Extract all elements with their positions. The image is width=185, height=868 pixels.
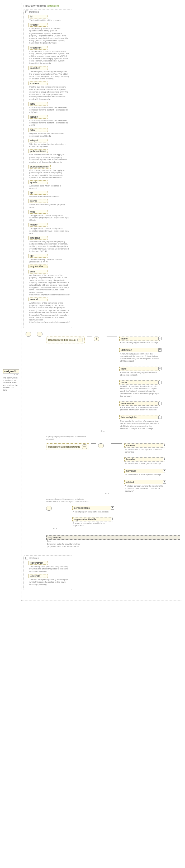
top-attr-doc-id: The local identifier of the property.: [29, 19, 69, 21]
top-attr-name-typeuri[interactable]: typeuri: [29, 223, 48, 226]
crg-child-box-narrower[interactable]: narrower+: [124, 469, 164, 473]
crg-child-box-related[interactable]: related+: [124, 480, 164, 484]
collapse-icon[interactable]: [25, 10, 28, 13]
organisation-details-doc: A group of properties specific to an org…: [73, 522, 113, 527]
top-attr-name-xml:lang[interactable]: xml:lang: [29, 236, 48, 240]
top-attr-doc-modified: The date (and, optionally, the time) whe…: [29, 70, 69, 80]
expand-icon[interactable]: +: [158, 402, 161, 405]
group-sequence-compositor-2[interactable]: [82, 444, 87, 449]
top-attr-name-howuri[interactable]: howuri: [29, 115, 48, 119]
concept-definition-group-title: ConceptDefinitionGroup: [48, 339, 76, 341]
root-element-box[interactable]: assignedTo: [3, 369, 19, 373]
top-attr-name-literal[interactable]: literal: [29, 199, 48, 203]
top-attr-name-pubconstraint[interactable]: pubconstraint: [29, 149, 48, 153]
top-attr-name-any_other[interactable]: any ##other: [29, 265, 48, 268]
top-attr-doc-dir: The directionality of textual content (e…: [29, 258, 69, 263]
bottom-attr-name-coversto[interactable]: coversto: [29, 574, 48, 578]
cdg-child-box-definition[interactable]: definition+: [119, 348, 160, 352]
choice-compositor-2[interactable]: [98, 443, 104, 448]
top-attr-name-dir[interactable]: dir: [29, 254, 48, 258]
expand-icon[interactable]: +: [111, 506, 114, 509]
top-attr-name-creator[interactable]: creator: [29, 23, 48, 27]
top-attr-name-qcode[interactable]: qcode: [29, 180, 48, 184]
top-attr-name-how[interactable]: how: [29, 102, 48, 106]
bottom-attr-doc-coversfrom: The starting date (and optionally the ti…: [29, 565, 69, 572]
crg-child-sameAs: sameAs+An identifier of a concept with e…: [124, 443, 164, 456]
sequence-compositor[interactable]: [26, 332, 31, 337]
top-attr-role: roleA refinement of the semantics of the…: [29, 270, 70, 296]
concept-definition-group-frame[interactable]: ConceptDefinitionGroup: [46, 337, 85, 343]
cdg-child-definition: definition+A natural language definition…: [119, 348, 160, 365]
crg-child-box-sameAs[interactable]: sameAs+: [124, 443, 164, 447]
top-attr-howuri: howuriIndicates by which means the value…: [29, 115, 70, 127]
top-attr-custom: customIf set to true the corresponding p…: [29, 82, 70, 100]
top-attr-dir: dirThe directionality of textual content…: [29, 254, 70, 263]
details-choice-occurs: 0..∞: [53, 527, 57, 530]
expand-icon[interactable]: +: [158, 416, 161, 419]
top-attr-doc-custom: If set to true the corresponding propert…: [29, 85, 69, 100]
expand-icon[interactable]: +: [111, 518, 114, 521]
crg-child-narrower: narrower+An identifier of a more specifi…: [124, 469, 164, 478]
group-sequence-compositor[interactable]: [77, 338, 83, 342]
top-attr-doc-whyuri: Why the metadata has been included - exp…: [29, 143, 69, 148]
top-attr-creatoruri: creatoruriIf the attribute is empty, spe…: [29, 46, 70, 65]
cdg-child-doc-facet: In NAR 1.8 and later, facet is deprecate…: [120, 385, 160, 397]
cdg-child-box-facet[interactable]: facet+: [119, 380, 160, 384]
top-attr-doc-how: Indicates by which means the value was e…: [29, 106, 69, 114]
cdg-child-remoteInfo: remoteInfo+A link to an item or a web re…: [119, 401, 160, 413]
crg-child-label-broader: broader: [126, 458, 135, 461]
top-attr-name-id[interactable]: id: [29, 15, 48, 19]
top-attr-name-creatoruri[interactable]: creatoruri: [29, 46, 48, 50]
expand-icon[interactable]: +: [163, 480, 166, 484]
expand-icon[interactable]: +: [163, 458, 166, 461]
attributes-header[interactable]: attributes: [25, 10, 70, 13]
sequence-compositor-inner[interactable]: [37, 332, 42, 337]
top-attr-name-why[interactable]: why: [29, 128, 48, 132]
crg-child-label-sameAs: sameAs: [126, 444, 135, 447]
top-attr-pubconstraint: pubconstraintOne or many constraints tha…: [29, 149, 70, 163]
top-attr-name-roleuri[interactable]: roleuri: [29, 298, 48, 301]
any-other-elem-box[interactable]: any any ##other##other: [46, 535, 180, 539]
top-attr-name-pubconstrainturi[interactable]: pubconstrainturi: [29, 165, 51, 168]
choice-compositor[interactable]: [94, 337, 99, 341]
concept-relationships-group: ConceptRelationshipsGroup 0..∞ sameAs+An…: [46, 443, 180, 503]
top-attr-qcode: qcodeA qualified code which identifies a…: [29, 180, 70, 189]
expand-icon[interactable]: +: [158, 367, 161, 370]
top-attr-name-type[interactable]: type: [29, 210, 48, 214]
bottom-attr-name-coversfrom[interactable]: coversfrom: [29, 561, 48, 565]
cdg-child-box-remoteInfo[interactable]: remoteInfo+: [119, 401, 160, 406]
top-attr-name-whyuri[interactable]: whyuri: [29, 139, 48, 143]
cdg-child-label-facet: facet: [121, 381, 127, 384]
expand-icon[interactable]: +: [158, 381, 161, 384]
concept-relationships-group-frame[interactable]: ConceptRelationshipsGroup: [46, 443, 89, 450]
cdg-child-box-hierarchyInfo[interactable]: hierarchyInfo+: [119, 415, 160, 420]
type-frame: Flex1PartyPropType (extension) attribute…: [21, 3, 182, 601]
top-attr-pubconstrainturi: pubconstrainturiOne or many constraints …: [29, 165, 70, 179]
top-attr-doc-roleuri: A refinement of the semantics of the pro…: [29, 301, 69, 323]
person-details-box[interactable]: personDetails +: [72, 506, 113, 510]
top-attr-roleuri: roleuriA refinement of the semantics of …: [29, 298, 70, 323]
cdg-child-box-name[interactable]: name+: [119, 337, 160, 341]
cdg-child-label-remoteInfo: remoteInfo: [121, 402, 134, 405]
cdg-child-doc-remoteInfo: A link to an item or a web resource whic…: [120, 406, 160, 411]
expand-icon[interactable]: +: [163, 444, 166, 447]
top-attr-name-custom[interactable]: custom: [29, 82, 48, 85]
cdg-child-doc-note: Additional natural language information …: [120, 371, 160, 376]
top-attr-xml:lang: xml:langSpecifies the language of this p…: [29, 236, 70, 252]
top-attr-name-role[interactable]: role: [29, 270, 48, 274]
expand-icon[interactable]: +: [163, 469, 166, 472]
type-header: Flex1PartyPropType (extension): [24, 4, 180, 7]
cdg-child-box-note[interactable]: note+: [119, 367, 160, 371]
organisation-details-box[interactable]: organisationDetails +: [72, 517, 113, 521]
expand-icon[interactable]: +: [158, 348, 161, 351]
top-attr-name-modified[interactable]: modified: [29, 66, 48, 70]
crg-child-box-broader[interactable]: broader+: [124, 457, 164, 462]
details-choice-compositor[interactable]: [46, 506, 52, 510]
collapse-icon[interactable]: [25, 557, 28, 559]
concept-definition-group-doc: A group of properties required to define…: [46, 435, 91, 440]
expand-icon[interactable]: +: [158, 337, 161, 340]
extension-attributes-header[interactable]: attributes: [25, 557, 70, 559]
top-attr-modified: modifiedThe date (and, optionally, the t…: [29, 66, 70, 80]
top-attr-name-uri[interactable]: uri: [29, 191, 48, 195]
cdg-child-label-hierarchyInfo: hierarchyInfo: [121, 416, 136, 418]
